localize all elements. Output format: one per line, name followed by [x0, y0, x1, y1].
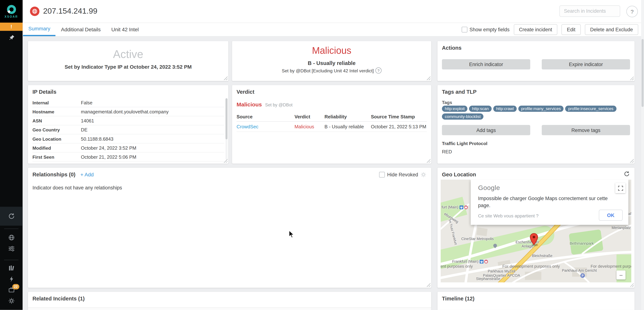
- resize-handle[interactable]: [426, 76, 430, 80]
- tab-summary[interactable]: Summary: [23, 23, 56, 36]
- verdict-card: Verdict Malicious Set by @DBot Source Ve…: [232, 85, 431, 163]
- field-label: First Seen: [32, 154, 81, 159]
- tab-unit42-intel[interactable]: Unit 42 Intel: [106, 23, 144, 36]
- fullscreen-icon[interactable]: [615, 183, 626, 193]
- help-glyph: ?: [630, 9, 634, 15]
- google-map[interactable]: furt (Main)UM eburgweg Im Trutz Frankfur…: [441, 180, 631, 282]
- cell-verdict: Malicious: [294, 124, 324, 129]
- expire-indicator-button[interactable]: Expire indicator: [542, 59, 630, 70]
- refresh-icon[interactable]: [624, 171, 630, 177]
- tags-list: http:exploit http:scan http:crawl profil…: [442, 106, 630, 120]
- table-row: First SeenOctober 21, 2022 5:06 PM: [32, 152, 224, 161]
- tags-tlp-title: Tags and TLP: [442, 89, 476, 95]
- geo-location-card: Geo Location: [438, 168, 634, 288]
- hide-revoked-checkbox[interactable]: [379, 172, 385, 177]
- jobs-count-badge: 22: [12, 284, 19, 289]
- briefcase-icon[interactable]: [0, 286, 23, 293]
- alert-banner[interactable]: !: [0, 23, 23, 31]
- resize-handle[interactable]: [223, 76, 228, 80]
- enrich-indicator-button[interactable]: Enrich indicator: [442, 59, 530, 70]
- show-empty-fields-label: Show empty fields: [470, 27, 509, 32]
- delete-exclude-button[interactable]: Delete and Exclude: [585, 24, 638, 35]
- actions-title: Actions: [442, 45, 461, 51]
- sync-icon[interactable]: [0, 213, 23, 220]
- tag-chip[interactable]: http:scan: [469, 106, 492, 112]
- zoom-out-button[interactable]: −: [616, 270, 626, 279]
- resize-handle[interactable]: [629, 282, 634, 287]
- tlp-label: Traffic Light Protocol: [442, 141, 487, 146]
- field-label: Geo Country: [32, 127, 81, 132]
- tags-tlp-card: Tags and TLP Tags http:exploit http:scan…: [438, 85, 634, 163]
- relationships-empty-message: Indicator does not have any relationship…: [32, 185, 122, 191]
- sidebar: XSOAR ! 22: [0, 0, 23, 310]
- field-label: Geo Location: [32, 136, 81, 141]
- tag-chip[interactable]: http:exploit: [442, 106, 468, 112]
- table-row: Geo CountryDE: [32, 125, 224, 134]
- page-title: 207.154.241.99: [43, 7, 97, 16]
- page-scrollbar-thumb[interactable]: [642, 39, 644, 107]
- indicator-type-icon: [30, 7, 39, 16]
- timeline-title: Timeline (12): [442, 295, 474, 301]
- scrollbar-thumb[interactable]: [226, 98, 228, 139]
- resize-handle[interactable]: [629, 158, 634, 163]
- automation-bolt-icon[interactable]: [0, 276, 23, 282]
- search-input[interactable]: [560, 5, 620, 17]
- actions-card: Actions Enrich indicator Expire indicato…: [438, 41, 634, 81]
- tab-additional-details[interactable]: Additional Details: [56, 23, 106, 36]
- relationships-settings-gear-icon[interactable]: [420, 172, 426, 177]
- table-row: InternalFalse: [32, 98, 224, 107]
- source-link[interactable]: CrowdSec: [236, 124, 294, 129]
- related-incidents-card: Related Incidents (1): [28, 292, 431, 310]
- header-bar: 207.154.241.99 ?: [23, 0, 644, 23]
- pin-icon[interactable]: [0, 35, 23, 41]
- map-label: Bleichstraße: [532, 254, 552, 258]
- ok-button[interactable]: OK: [599, 210, 623, 221]
- field-value: managemental.dont.youlovethat.company: [81, 109, 169, 114]
- edit-button[interactable]: Edit: [562, 24, 581, 35]
- page-scrollbar: [641, 0, 644, 310]
- verdict-set-by: Set by @DBot [Excluding Unit 42 Intel ve…: [282, 68, 374, 73]
- sidebar-divider: [4, 228, 18, 229]
- col-verdict: Verdict: [294, 114, 324, 119]
- table-row: ModifiedOctober 24, 2022 3:52 PM: [32, 143, 224, 152]
- field-value: DE: [81, 127, 88, 132]
- verdict-summary: Malicious: [236, 102, 262, 108]
- help-button[interactable]: ?: [626, 6, 638, 17]
- xsoar-logo[interactable]: XSOAR: [0, 0, 23, 23]
- alert-icon: !: [10, 24, 12, 30]
- tag-chip[interactable]: http:crawl: [493, 106, 517, 112]
- table-row: CrowdSec Malicious B - Usually reliable …: [236, 122, 427, 132]
- globe-icon[interactable]: [0, 234, 23, 241]
- filters-icon[interactable]: [0, 245, 23, 252]
- ubahn-icon: U: [480, 260, 484, 263]
- tag-chip[interactable]: community-blocklist: [442, 113, 484, 120]
- resize-handle[interactable]: [629, 76, 634, 80]
- add-tags-button[interactable]: Add tags: [442, 125, 530, 135]
- field-label: Internal: [32, 100, 81, 105]
- library-icon[interactable]: [0, 265, 23, 271]
- map-label: furt (Main)UM: [442, 205, 468, 209]
- add-relationship-link[interactable]: + Add: [80, 172, 94, 177]
- timeline-card: Timeline (12): [438, 292, 634, 310]
- create-incident-button[interactable]: Create incident: [514, 24, 557, 35]
- google-maps-error-dialog: Google Impossible de charger Google Maps…: [471, 180, 628, 225]
- map-label: Frankfurt (Main)UM: [452, 259, 488, 264]
- verdict-help-icon[interactable]: ?: [376, 67, 382, 74]
- map-marker-icon[interactable]: [530, 233, 538, 247]
- xsoar-indicator-page: XSOAR ! 22: [0, 0, 644, 310]
- table-row: ASN14061: [32, 116, 224, 125]
- field-value: October 21, 2022 5:06 PM: [81, 154, 136, 159]
- tag-chip[interactable]: profile:insecure_services: [565, 106, 616, 112]
- resize-handle[interactable]: [426, 158, 430, 163]
- map-label: CineStar Metropolis: [461, 237, 494, 241]
- xsoar-logo-icon: [7, 5, 16, 14]
- parking-icon[interactable]: P: [580, 273, 585, 278]
- tag-chip[interactable]: profile:many_services: [518, 106, 564, 112]
- settings-gear-icon[interactable]: [0, 298, 23, 304]
- remove-tags-button[interactable]: Remove tags: [542, 125, 630, 135]
- status-card: Active Set by Indicator Type IP at Octob…: [28, 41, 228, 81]
- col-timestamp: Source Time Stamp: [371, 114, 427, 119]
- tab-additional-label: Additional Details: [61, 27, 101, 32]
- resize-handle[interactable]: [426, 282, 430, 287]
- show-empty-fields-checkbox[interactable]: [462, 27, 468, 32]
